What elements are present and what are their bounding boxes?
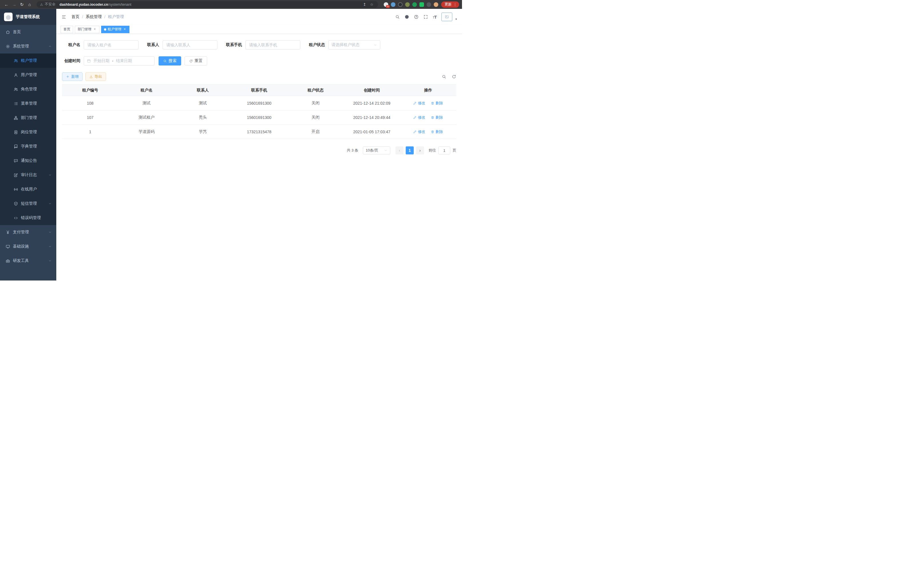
tenant-status-select[interactable]: 请选择租户状态 — [328, 40, 380, 50]
header-search-button[interactable] — [395, 15, 400, 19]
tab-tenant[interactable]: 租户管理 × — [101, 26, 129, 33]
avatar-caret-icon[interactable]: ▾ — [455, 17, 457, 21]
extension-icon-1[interactable]: 10 — [384, 2, 388, 7]
edit-label: 修改 — [418, 115, 425, 120]
reset-button[interactable]: 重置 — [184, 56, 207, 65]
breadcrumb-home[interactable]: 首页 — [71, 14, 80, 20]
extension-icon-3[interactable] — [398, 2, 403, 7]
search-button[interactable]: 搜索 — [159, 56, 181, 65]
app-logo[interactable]: 芋道管理系统 — [0, 9, 56, 25]
sidebar-item-role[interactable]: 角色管理 — [0, 82, 56, 96]
extension-icon-5[interactable] — [412, 2, 417, 7]
contact-input[interactable] — [163, 40, 218, 50]
extension-icon-4[interactable] — [405, 2, 410, 7]
extension-icon-7[interactable] — [427, 2, 431, 7]
browser-back-button[interactable]: ← — [3, 1, 10, 8]
filter-label-tenant-name: 租户名 — [62, 42, 80, 47]
tab-close-icon[interactable]: × — [93, 27, 97, 31]
contact-phone-input[interactable] — [245, 40, 300, 50]
chrome-update-label: 更新 — [445, 2, 452, 7]
cell-name: 芋道源码 — [118, 125, 175, 139]
extension-icon-2[interactable] — [391, 2, 395, 7]
font-size-button[interactable]: TT — [433, 15, 436, 20]
sidebar-item-menu[interactable]: 菜单管理 — [0, 96, 56, 111]
sidebar-item-home[interactable]: 首页 — [0, 25, 56, 39]
chrome-menu-icon[interactable]: ⋮ — [453, 3, 457, 7]
browser-forward-button[interactable]: → — [10, 1, 18, 8]
delete-label: 删除 — [435, 129, 443, 134]
browser-reload-button[interactable]: ↻ — [18, 1, 26, 8]
edit-link[interactable]: 修改 — [413, 115, 425, 120]
tab-dept[interactable]: 部门管理 × — [75, 26, 99, 33]
trash-icon — [431, 116, 434, 119]
sidebar-item-dept[interactable]: 部门管理 — [0, 111, 56, 125]
tab-home[interactable]: 首页 — [61, 26, 73, 33]
prev-page-button[interactable]: ‹ — [395, 146, 404, 154]
sidebar-item-online-user[interactable]: 在线用户 — [0, 182, 56, 196]
badge-icon — [14, 130, 18, 134]
sidebar-item-post[interactable]: 岗位管理 — [0, 125, 56, 139]
tenant-name-input[interactable] — [84, 40, 139, 50]
add-button-label: 新增 — [71, 74, 79, 79]
page-number-1[interactable]: 1 — [406, 146, 414, 154]
sidebar-item-error-code[interactable]: 错误码管理 — [0, 211, 56, 225]
cell-contact: 芋艿 — [175, 125, 231, 139]
refresh-table-button[interactable] — [452, 74, 456, 79]
breadcrumb-system[interactable]: 系统管理 — [86, 14, 102, 20]
edit-link[interactable]: 修改 — [413, 129, 425, 134]
sidebar-item-label: 用户管理 — [21, 72, 37, 77]
add-button[interactable]: 新增 — [62, 72, 82, 81]
sidebar-item-tenant[interactable]: 租户管理 — [0, 53, 56, 68]
github-link[interactable] — [405, 15, 409, 19]
sidebar-item-system[interactable]: 系统管理 — [0, 39, 56, 53]
page-size-select[interactable]: 10条/页 — [363, 146, 390, 154]
delete-link[interactable]: 删除 — [431, 115, 443, 120]
sidebar-item-sms[interactable]: 短信管理 — [0, 196, 56, 211]
sidebar-toggle-icon[interactable] — [62, 15, 66, 20]
table-row[interactable]: 1 芋道源码 芋艿 17321315478 开启 2021-01-05 17:0… — [62, 125, 456, 139]
next-page-button[interactable]: › — [416, 146, 424, 154]
sidebar-item-label: 岗位管理 — [21, 129, 37, 135]
sidebar-item-infra[interactable]: 基础设施 — [0, 239, 56, 254]
sidebar-item-label: 支付管理 — [13, 230, 29, 235]
chrome-update-button[interactable]: 更新 ⋮ — [441, 2, 459, 8]
search-form-row-2: 创建时间 开始日期 - 结束日期 搜索 重置 — [62, 56, 456, 65]
export-button[interactable]: 导出 — [86, 72, 106, 81]
bookmark-star-icon[interactable]: ☆ — [369, 2, 375, 7]
edit-link[interactable]: 修改 — [413, 101, 425, 106]
share-icon[interactable]: ↥ — [362, 2, 367, 7]
edit-icon — [413, 116, 417, 119]
create-time-range-picker[interactable]: 开始日期 - 结束日期 — [84, 56, 154, 65]
delete-link[interactable]: 删除 — [431, 129, 443, 134]
yen-icon — [6, 230, 10, 235]
tab-close-icon[interactable]: × — [123, 27, 127, 31]
sidebar-item-label: 系统管理 — [13, 44, 29, 49]
sidebar-item-dict[interactable]: 字典管理 — [0, 139, 56, 153]
help-button[interactable] — [414, 15, 418, 19]
book-icon — [14, 144, 18, 149]
pagination-total: 共 3 条 — [347, 148, 358, 153]
tab-label: 租户管理 — [108, 27, 122, 32]
delete-link[interactable]: 删除 — [431, 101, 443, 106]
sidebar-item-payment[interactable]: 支付管理 — [0, 225, 56, 239]
extension-icon-6[interactable] — [419, 2, 424, 7]
table-header-row: 租户编号 租户名 联系人 联系手机 租户状态 创建时间 操作 — [62, 85, 456, 96]
search-icon — [163, 59, 167, 63]
sidebar-item-user[interactable]: 用户管理 — [0, 68, 56, 82]
user-avatar[interactable] — [441, 13, 452, 21]
sidebar-item-label: 部门管理 — [21, 115, 37, 120]
sidebar-item-notice[interactable]: 通知公告 — [0, 153, 56, 168]
toggle-search-button[interactable] — [442, 74, 446, 79]
sidebar-item-dev-tools[interactable]: 研发工具 — [0, 254, 56, 268]
table-row[interactable]: 108 测试 测试 15601691300 关闭 2021-12-14 21:0… — [62, 96, 456, 110]
browser-home-button[interactable]: ⌂ — [26, 1, 33, 8]
list-icon — [14, 102, 18, 106]
address-bar[interactable]: ⚠ 不安全 dashboard.yudao.iocoder.cn/system/… — [37, 1, 378, 8]
monitor-icon — [6, 244, 10, 249]
sidebar-item-audit-log[interactable]: 审计日志 — [0, 168, 56, 182]
table-row[interactable]: 107 测试租户 秃头 15601691300 关闭 2021-12-14 20… — [62, 110, 456, 125]
navbar-actions: TT ▾ — [395, 13, 457, 21]
goto-page-input[interactable] — [438, 146, 450, 154]
extension-icon-8[interactable] — [434, 2, 438, 7]
fullscreen-button[interactable] — [423, 15, 428, 19]
